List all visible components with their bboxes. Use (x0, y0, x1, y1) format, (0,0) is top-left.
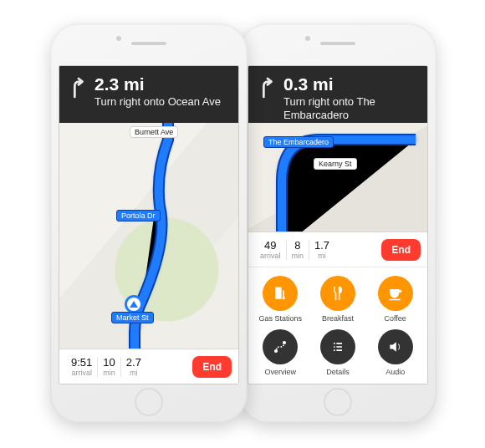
stat-arrival: 9:51 arrival (66, 357, 97, 377)
map-view[interactable]: The Embarcadero Kearny St (248, 123, 427, 232)
instruction-label: Turn right onto The Embarcadero (283, 95, 419, 121)
map-label-burnett: Burnett Ave (130, 126, 178, 138)
banner-text: 2.3 mi Turn right onto Ocean Ave (94, 74, 230, 109)
svg-point-0 (274, 349, 278, 353)
stat-unit: mi (130, 369, 138, 377)
stat-value: 10 (103, 357, 115, 368)
navigation-menu-sheet: 49 arrival 8 min 1.7 mi End G (248, 232, 427, 384)
menu-item-gas[interactable]: Gas Stations (252, 272, 309, 326)
menu-grid: Gas Stations Breakfast Coffee (248, 267, 427, 384)
menu-stats-row: 49 arrival 8 min 1.7 mi End (248, 232, 427, 267)
list-icon (320, 329, 355, 364)
coffee-cup-icon (378, 276, 413, 311)
fork-knife-icon (320, 276, 355, 311)
screen-left: 2.3 mi Turn right onto Ocean Ave Burnett… (59, 65, 239, 384)
stat-unit: arrival (71, 369, 92, 377)
home-button[interactable] (135, 388, 163, 416)
turn-right-icon (68, 76, 88, 99)
map-view[interactable]: Burnett Ave Portola Dr Market St (59, 123, 238, 349)
stat-value: 9:51 (71, 357, 92, 368)
banner-text: 0.3 mi Turn right onto The Embarcadero (283, 74, 419, 121)
instruction-label: Turn right onto Ocean Ave (94, 95, 230, 109)
menu-label: Gas Stations (259, 314, 303, 323)
stat-arrival: 49 arrival (255, 240, 286, 260)
stat-unit: arrival (260, 252, 281, 260)
speaker-icon (378, 329, 413, 364)
phone-left: 2.3 mi Turn right onto Ocean Ave Burnett… (50, 23, 248, 423)
svg-point-1 (283, 341, 286, 344)
phone-right: 0.3 mi Turn right onto The Embarcadero T… (239, 23, 436, 423)
route-overview-icon (263, 329, 298, 364)
stat-value: 8 (294, 240, 300, 251)
menu-item-coffee[interactable]: Coffee (366, 272, 424, 326)
map-label-embarcadero: The Embarcadero (263, 136, 334, 148)
end-button[interactable]: End (381, 239, 421, 261)
stat-unit: mi (318, 252, 326, 260)
home-button[interactable] (324, 388, 352, 416)
stat-value: 1.7 (314, 240, 329, 251)
menu-label: Breakfast (322, 314, 354, 323)
stat-value: 2.7 (126, 357, 141, 368)
menu-item-details[interactable]: Details (309, 326, 367, 379)
stat-unit: min (292, 252, 304, 260)
menu-item-breakfast[interactable]: Breakfast (309, 272, 367, 326)
map-label-portola: Portola Dr (116, 210, 161, 221)
menu-label: Audio (385, 368, 405, 376)
menu-label: Details (326, 368, 350, 376)
gas-pump-icon (263, 276, 298, 311)
stats-bar: 9:51 arrival 10 min 2.7 mi End (59, 349, 238, 384)
nav-banner: 2.3 mi Turn right onto Ocean Ave (59, 66, 238, 123)
current-location-marker (125, 295, 143, 313)
menu-item-audio[interactable]: Audio (366, 326, 424, 379)
menu-label: Coffee (384, 314, 406, 323)
menu-item-overview[interactable]: Overview (252, 326, 309, 379)
map-label-kearny: Kearny St (314, 158, 357, 170)
distance-label: 0.3 mi (283, 74, 419, 94)
end-button[interactable]: End (192, 356, 232, 378)
menu-label: Overview (265, 368, 297, 376)
stat-distance: 1.7 mi (309, 240, 334, 260)
stat-time: 8 min (286, 240, 309, 260)
stat-distance: 2.7 mi (120, 357, 146, 377)
turn-right-icon (257, 76, 277, 99)
distance-label: 2.3 mi (94, 74, 230, 94)
nav-banner: 0.3 mi Turn right onto The Embarcadero (248, 66, 427, 131)
screen-right: 0.3 mi Turn right onto The Embarcadero T… (248, 65, 428, 384)
stat-value: 49 (264, 240, 276, 251)
stat-unit: min (103, 369, 115, 377)
stat-time: 10 min (97, 357, 120, 377)
map-label-market: Market St (111, 312, 154, 323)
